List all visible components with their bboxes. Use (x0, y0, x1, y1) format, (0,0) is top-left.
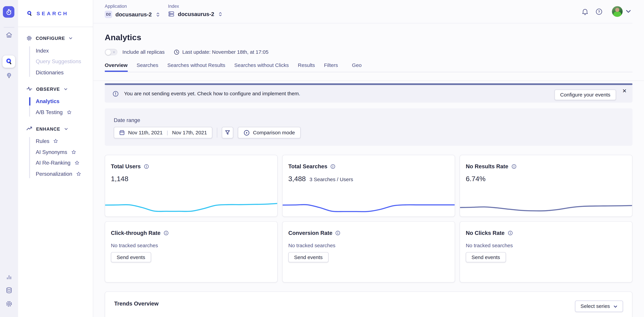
monitoring-bar-chart-icon[interactable] (6, 273, 12, 280)
main-area: Application D2 docusaurus-2 Index docusa… (93, 0, 644, 317)
configure-events-button[interactable]: Configure your events (554, 90, 616, 100)
sidebar-item-ai-synonyms[interactable]: AI Synonyms (36, 146, 93, 157)
stopwatch-icon (5, 8, 12, 16)
star-icon (76, 171, 81, 176)
sidebar-item-label: Personalization (36, 171, 72, 177)
trends-overview-card: Trends Overview Select series (105, 292, 632, 317)
info-icon[interactable] (511, 164, 516, 169)
index-selector[interactable]: docusaurus-2 (168, 11, 223, 17)
content-divider (93, 80, 644, 81)
section-label: ENHANCE (36, 126, 60, 131)
icon-rail (0, 0, 18, 317)
home-icon[interactable] (6, 31, 13, 39)
application-value: docusaurus-2 (116, 11, 152, 18)
account-chevron-down-icon[interactable] (626, 9, 631, 14)
tab-searches[interactable]: Searches (136, 62, 158, 72)
send-events-button[interactable]: Send events (111, 252, 151, 262)
tab-filters[interactable]: Filters (324, 62, 338, 72)
card-value: 6.74% (466, 175, 486, 183)
sidebar-section-configure: CONFIGURE Index Query Suggestions Dictio… (18, 35, 93, 78)
sidebar-item-ai-re-ranking[interactable]: AI Re-Ranking (36, 158, 93, 168)
card-title: Click-through Rate (111, 230, 160, 236)
total-users-card: Total Users 1,148 (105, 155, 278, 217)
vertical-separator (217, 128, 217, 138)
application-selector[interactable]: D2 docusaurus-2 (105, 11, 160, 18)
search-logo[interactable]: SEARCH (18, 0, 93, 27)
recommend-lightbulb-icon[interactable] (6, 72, 12, 79)
tab-searches-without-clicks[interactable]: Searches without Clicks (234, 62, 289, 72)
date-range-label: Date range (114, 117, 624, 123)
info-icon[interactable] (144, 164, 149, 169)
rail-divider (4, 27, 14, 27)
sidebar-item-analytics[interactable]: Analytics (36, 96, 93, 106)
up-down-chevrons-icon (155, 11, 160, 18)
section-label: OBSERVE (36, 86, 60, 91)
gear-icon (26, 35, 32, 41)
sidebar-item-personalization[interactable]: Personalization (36, 168, 93, 179)
chevron-down-icon (613, 304, 618, 308)
section-header-configure[interactable]: CONFIGURE (18, 35, 93, 42)
card-subtitle: 3 Searches / Users (310, 176, 353, 182)
select-series-button[interactable]: Select series (575, 300, 623, 312)
index-selector-group: Index docusaurus-2 (168, 4, 223, 17)
help-icon[interactable]: ? (595, 8, 603, 16)
sidebar-item-index[interactable]: Index (36, 45, 93, 56)
empty-cards-row: Click-through Rate No tracked searches S… (105, 221, 632, 282)
no-results-rate-card: No Results Rate 6.74% (460, 155, 632, 217)
avatar-head (615, 8, 619, 12)
stopwatch-app-icon[interactable] (3, 6, 14, 18)
sidebar-item-query-suggestions[interactable]: Query Suggestions (36, 56, 93, 67)
comparison-mode-button[interactable]: Comparison mode (238, 127, 301, 138)
no-results-rate-sparkline (460, 199, 632, 216)
notifications-bell-icon[interactable] (581, 8, 589, 16)
include-replicas-toggle[interactable]: ✕ (105, 49, 118, 56)
toggle-label: Include all replicas (122, 49, 165, 55)
tab-searches-without-results[interactable]: Searches without Results (167, 62, 225, 72)
date-range-panel: Date range Nov 11th, 2021|Nov 17th, 2021 (105, 108, 632, 146)
tab-overview[interactable]: Overview (105, 62, 128, 72)
card-title: No Clicks Rate (466, 230, 504, 236)
date-range-button[interactable]: Nov 11th, 2021|Nov 17th, 2021 (114, 127, 212, 138)
page-title: Analytics (105, 33, 632, 42)
filter-button[interactable] (222, 127, 233, 138)
section-header-enhance[interactable]: ENHANCE (18, 126, 93, 132)
settings-gear-icon[interactable] (6, 300, 12, 307)
last-update-text: Last update: November 18th, at 17:05 (182, 49, 268, 55)
send-events-button[interactable]: Send events (466, 252, 506, 262)
toggle-thumb (105, 50, 111, 55)
play-circle-icon (244, 130, 250, 136)
user-avatar[interactable] (612, 6, 622, 17)
total-users-sparkline (105, 199, 277, 216)
banner-close-icon[interactable]: ✕ (622, 88, 627, 94)
topbar: Application D2 docusaurus-2 Index docusa… (93, 0, 644, 23)
card-title: Total Users (111, 164, 141, 170)
calendar-icon (119, 130, 125, 136)
toggle-off-x: ✕ (112, 50, 115, 54)
send-events-button[interactable]: Send events (288, 252, 328, 262)
search-product-icon-active[interactable] (2, 56, 15, 68)
alert-circle-icon (112, 90, 119, 97)
section-header-observe[interactable]: OBSERVE (18, 86, 93, 92)
sidebar-item-label: A/B Testing (36, 109, 62, 115)
no-clicks-rate-card: No Clicks Rate No tracked searches Send … (460, 221, 632, 282)
star-icon (74, 160, 80, 166)
sidebar-item-label: AI Re-Ranking (36, 160, 70, 166)
sidebar: SEARCH CONFIGURE Index Query Suggestions… (18, 0, 93, 317)
info-icon[interactable] (335, 230, 340, 236)
sidebar-item-dictionaries[interactable]: Dictionaries (36, 67, 93, 78)
sidebar-item-ab-testing[interactable]: A/B Testing (36, 107, 93, 118)
application-label: Application (105, 4, 160, 8)
funnel-icon (225, 130, 230, 136)
tab-geo[interactable]: Geo (352, 62, 362, 72)
sidebar-item-label: Query Suggestions (36, 58, 81, 64)
data-database-icon[interactable] (6, 287, 12, 294)
sidebar-item-label: Dictionaries (36, 69, 64, 75)
banner-message: You are not sending events yet. Check ho… (124, 91, 300, 97)
info-icon[interactable] (163, 230, 169, 236)
empty-state-text: No tracked searches (288, 243, 449, 248)
total-searches-card: Total Searches 3,4883 Searches / Users (282, 155, 455, 217)
info-icon[interactable] (330, 164, 336, 169)
info-icon[interactable] (508, 230, 513, 236)
tab-results[interactable]: Results (298, 62, 315, 72)
sidebar-item-rules[interactable]: Rules (36, 136, 93, 146)
